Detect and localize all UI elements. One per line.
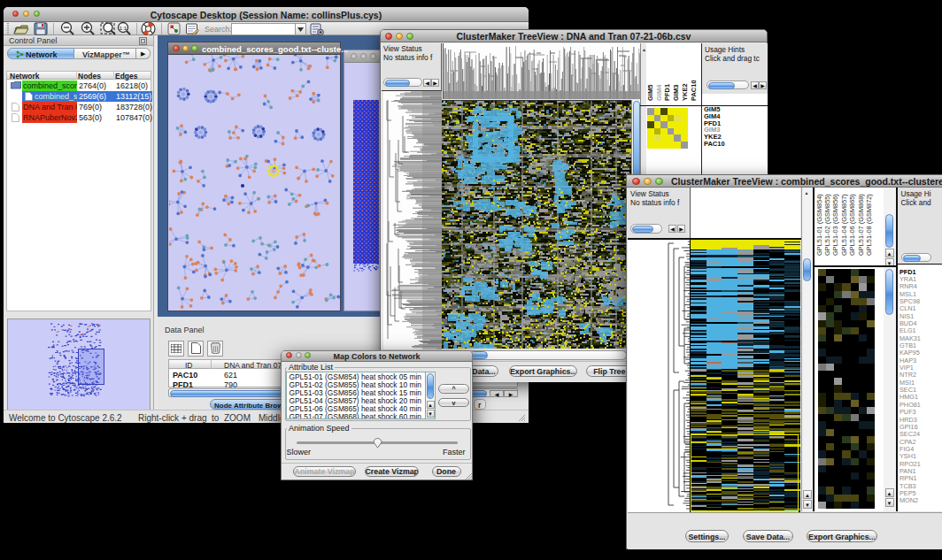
svg-text:1:1: 1:1 [120, 26, 127, 31]
